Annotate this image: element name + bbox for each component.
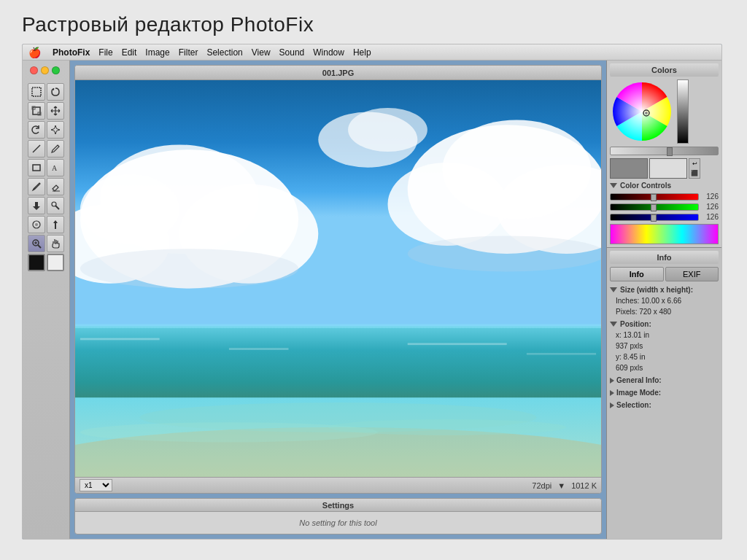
size-section-header[interactable]: Size (width x height): [610,284,719,295]
color-wheel-container [610,79,719,144]
brightness-slider[interactable] [677,79,689,144]
info-title: Info [657,253,671,262]
x-in-value: x: 13.01 in [610,330,719,341]
tool-wand[interactable] [47,121,64,139]
svg-rect-0 [32,88,41,96]
tool-fill[interactable] [28,197,45,214]
tool-rotate[interactable] [28,121,45,139]
blue-slider-row: 126 [610,213,719,221]
tool-pen[interactable] [47,140,64,158]
position-section-header[interactable]: Position: [610,319,719,330]
current-color-box [610,158,648,179]
menu-selection[interactable]: Selection [206,47,242,58]
tool-zoom[interactable] [28,235,45,252]
colors-section: Colors [607,61,721,248]
svg-rect-36 [229,348,289,350]
settings-panel: Settings No setting for this tool [74,498,602,534]
color-wheel[interactable] [610,79,674,144]
tool-rect[interactable] [28,159,45,176]
tab-exif[interactable]: EXIF [665,267,719,281]
menu-filter[interactable]: Filter [179,47,198,58]
tool-hand[interactable] [47,235,64,252]
zoom-select[interactable]: x1 x2 x0.5 [80,479,112,491]
tool-line[interactable] [28,140,45,158]
blue-slider[interactable] [610,214,699,221]
green-slider[interactable] [610,203,699,211]
color-controls-header: Color Controls [610,182,719,190]
image-mode-header[interactable]: Image Mode: [610,387,719,398]
tool-crop[interactable] [28,102,45,120]
svg-point-44 [645,112,648,114]
tool-move[interactable] [47,102,64,120]
y-px-value: 609 pxls [610,362,719,373]
tool-eraser[interactable] [47,178,64,195]
tool-brush[interactable] [28,178,45,195]
image-titlebar: 001.JPG [75,66,601,80]
svg-point-30 [442,120,591,219]
green-value: 126 [701,203,719,211]
svg-point-42 [613,82,671,141]
menu-image[interactable]: Image [145,47,169,58]
red-slider-row: 126 [610,192,719,201]
dpi-info: 72dpi [532,481,551,490]
page-title-area: Растровый редактор PhotoFix [0,0,747,44]
tool-clone[interactable] [47,197,64,214]
page-title: Растровый редактор PhotoFix [22,13,725,36]
screenshot-container: 🍎 PhotoFix File Edit Image Filter Select… [22,44,722,540]
apple-menu[interactable]: 🍎 [28,47,41,58]
traffic-lights [26,63,64,77]
menu-edit[interactable]: Edit [122,47,137,58]
green-slider-row: 126 [610,203,719,211]
svg-rect-34 [75,324,601,328]
color-controls-label: Color Controls [620,182,671,190]
menu-sound[interactable]: Sound [279,47,305,58]
x-px-value: 937 pxls [610,341,719,351]
hue-slider-row [610,147,719,155]
selection-label: Selection: [616,400,651,411]
general-info-header[interactable]: General Info: [610,375,719,386]
foreground-color[interactable] [28,254,45,271]
settings-title: Settings [322,501,354,510]
svg-point-31 [408,236,601,272]
svg-point-25 [80,174,179,244]
right-panel: Colors [606,61,721,539]
menu-file[interactable]: File [98,47,112,58]
menu-window[interactable]: Window [313,47,344,58]
menu-view[interactable]: View [252,47,271,58]
info-content: Size (width x height): Inches: 10.00 x 6… [610,284,719,411]
svg-point-33 [348,108,427,152]
svg-text:A: A [52,164,58,172]
image-bottom-bar: x1 x2 x0.5 72dpi ▼ 1012 K [75,477,601,493]
tool-blur[interactable] [28,216,45,233]
tool-text[interactable]: A [47,159,64,176]
tool-grid: A [26,82,66,273]
close-button[interactable] [30,66,38,74]
selection-header[interactable]: Selection: [610,400,719,411]
svg-rect-7 [33,165,40,171]
tab-info[interactable]: Info [610,267,664,281]
menu-help[interactable]: Help [353,47,371,58]
image-mode-label: Image Mode: [616,387,661,398]
image-mode-triangle [610,390,614,396]
hue-slider[interactable] [610,147,719,155]
red-slider[interactable] [610,193,699,201]
minimize-button[interactable] [41,66,49,74]
size-triangle [610,287,617,292]
tool-sharpen[interactable] [47,216,64,233]
app-name[interactable]: PhotoFix [53,47,90,58]
svg-line-14 [38,245,41,248]
blue-value: 126 [701,213,719,221]
background-color[interactable] [47,254,64,271]
tool-marquee[interactable] [28,83,45,101]
maximize-button[interactable] [52,66,60,74]
gradient-bar [610,224,719,244]
color-actions[interactable]: ↩ ⬛ [689,158,700,179]
inches-value: Inches: 10.00 x 6.66 [610,295,719,306]
general-info-triangle [610,378,614,384]
color-controls: Color Controls 126 126 [610,182,719,244]
tool-lasso[interactable] [47,83,64,101]
svg-rect-35 [80,338,160,341]
image-canvas[interactable] [75,80,601,477]
colors-header: Colors [610,63,719,77]
svg-rect-37 [408,343,507,345]
